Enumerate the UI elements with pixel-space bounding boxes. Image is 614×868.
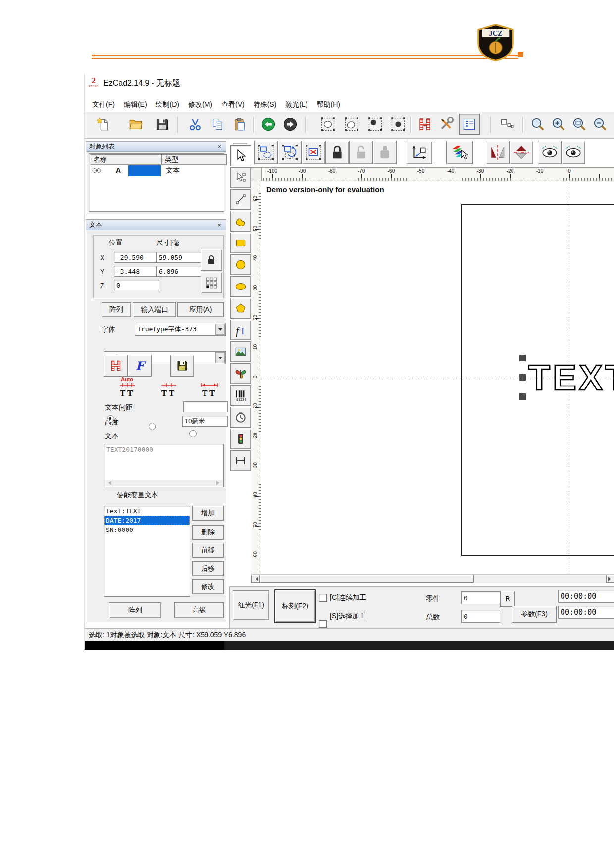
variable-text-item[interactable]: SN:0000 <box>104 525 190 534</box>
rectangle-tool-button[interactable] <box>230 233 251 253</box>
object-list-panel-titlebar[interactable]: 对象列表 <box>86 142 226 152</box>
output-port-tool-button[interactable] <box>230 450 251 471</box>
polygon-tool-button[interactable] <box>230 298 251 319</box>
zoom-normal-button[interactable] <box>529 116 546 133</box>
apply-button[interactable]: 应用(A) <box>177 302 224 317</box>
param-button[interactable]: 参数(F3) <box>512 606 557 623</box>
hscroll-thumb[interactable] <box>260 575 474 583</box>
cut-button[interactable] <box>187 116 204 133</box>
menu-item-1[interactable]: 文件(F) <box>88 99 119 111</box>
preview-all-button[interactable] <box>562 141 585 164</box>
text-content-textarea[interactable]: TEXT20170000 <box>104 444 224 487</box>
red-light-button[interactable]: 红光(F1) <box>233 590 269 620</box>
hscroll-left-button[interactable] <box>251 575 260 583</box>
add-variable-button[interactable]: 增加 <box>192 506 224 521</box>
lock-aspect-button[interactable] <box>201 249 222 271</box>
text-tool-button[interactable]: fI <box>230 320 251 340</box>
anchor-grid-button[interactable] <box>201 272 222 293</box>
y-position-input[interactable]: -3.448 <box>114 266 159 277</box>
variable-text-item[interactable]: DATE:2017 <box>104 516 190 525</box>
object-list-toggle-button[interactable] <box>459 114 480 135</box>
size-tool-1-button[interactable] <box>319 116 336 133</box>
paste-button[interactable] <box>231 116 248 133</box>
dot-tool-1-button[interactable] <box>367 116 384 133</box>
selection-handle[interactable] <box>519 355 526 361</box>
zoom-in-button[interactable] <box>550 116 567 133</box>
textarea-hscrollbar[interactable] <box>105 480 223 486</box>
menu-item-7[interactable]: 激光(L) <box>281 99 312 111</box>
copy-button[interactable] <box>209 116 226 133</box>
advanced-button[interactable]: 高级 <box>174 602 224 618</box>
unlock-all-button[interactable] <box>373 141 397 164</box>
variable-text-list[interactable]: Text:TEXTDATE:2017SN:0000 <box>104 506 190 597</box>
redo-button[interactable] <box>282 116 299 133</box>
menu-item-3[interactable]: 绘制(D) <box>152 99 184 111</box>
y-size-input[interactable]: 6.896 <box>156 266 203 277</box>
menu-item-2[interactable]: 编辑(E) <box>119 99 152 111</box>
circle-tool-button[interactable] <box>230 254 251 275</box>
selection-handle[interactable] <box>519 393 526 400</box>
continuous-mark-checkbox[interactable] <box>319 594 327 602</box>
curve-tool-button[interactable] <box>230 211 251 232</box>
modify-variable-button[interactable]: 修改 <box>192 579 224 594</box>
select-tool-button[interactable] <box>230 145 251 166</box>
z-position-input[interactable]: 0 <box>114 280 159 290</box>
font-type-combobox[interactable]: TrueType字体-373 <box>135 323 226 336</box>
zoom-out-button[interactable] <box>592 116 609 133</box>
selection-handle[interactable] <box>519 374 526 381</box>
bitmap-tool-button[interactable] <box>230 341 251 362</box>
text-panel-close-button[interactable] <box>216 221 223 228</box>
x-size-input[interactable]: 59.059 <box>156 252 203 263</box>
height-input[interactable]: 10毫米 <box>182 416 228 427</box>
vector-file-tool-button[interactable] <box>230 363 251 384</box>
rotate-button[interactable] <box>278 141 302 164</box>
x-position-input[interactable]: -29.590 <box>114 252 159 263</box>
text-panel-titlebar[interactable]: 文本 <box>86 220 226 230</box>
hatch-button[interactable] <box>416 116 433 133</box>
scroll-left-icon[interactable] <box>106 481 111 485</box>
preview-button[interactable] <box>538 141 562 164</box>
ellipse-tool-button[interactable] <box>230 276 251 297</box>
input-signal-tool-button[interactable] <box>230 429 251 449</box>
char-width-total-radio[interactable] <box>189 430 197 437</box>
mark-button[interactable]: 标刻(F2) <box>274 589 316 623</box>
save-button[interactable] <box>154 116 171 133</box>
move-backward-button[interactable]: 后移 <box>192 561 224 576</box>
select-mark-checkbox[interactable] <box>319 620 327 628</box>
undo-button[interactable] <box>260 116 277 133</box>
node-edit-tool-button[interactable] <box>230 167 251 188</box>
group-button[interactable] <box>254 141 278 164</box>
draw-toolbar-grip[interactable] <box>233 142 247 144</box>
object-list-close-button[interactable] <box>216 143 223 150</box>
zoom-window-button[interactable] <box>571 116 588 133</box>
font-type-dropdown-arrow[interactable] <box>215 324 225 335</box>
object-row[interactable]: A 文本 <box>90 165 223 176</box>
visibility-eye-icon[interactable] <box>92 167 101 174</box>
barcode-tool-button[interactable]: 01234 <box>230 385 251 406</box>
object-list-header-name[interactable]: 名称 <box>90 154 165 165</box>
array-button[interactable]: 阵列 <box>102 302 131 317</box>
object-list-header-type[interactable]: 类型 <box>161 154 227 165</box>
system-tools-button[interactable] <box>438 116 455 133</box>
delete-variable-button[interactable]: 删除 <box>192 525 224 540</box>
mirror-horizontal-button[interactable] <box>486 141 510 164</box>
unlock-button[interactable] <box>349 141 373 164</box>
hscroll-right-button[interactable] <box>606 575 614 583</box>
array-bottom-button[interactable]: 阵列 <box>109 602 161 618</box>
dot-tool-2-button[interactable] <box>390 116 407 133</box>
menu-item-4[interactable]: 修改(M) <box>184 99 217 111</box>
input-port-button[interactable]: 输入端口 <box>133 302 176 317</box>
menu-item-5[interactable]: 查看(V) <box>217 99 249 111</box>
menu-item-6[interactable]: 特殊(S) <box>249 99 281 111</box>
delete-button[interactable] <box>302 141 325 164</box>
canvas[interactable]: Demo version-only for evaluation TEXT201… <box>261 181 614 575</box>
variable-text-item[interactable]: Text:TEXT <box>104 506 190 516</box>
menu-item-8[interactable]: 帮助(H) <box>312 99 344 111</box>
font-name-dropdown-arrow[interactable] <box>215 352 225 363</box>
lock-button[interactable] <box>325 141 349 164</box>
move-to-origin-button[interactable] <box>406 141 432 164</box>
save-font-button[interactable] <box>170 355 194 377</box>
new-file-button[interactable] <box>95 116 111 133</box>
reset-count-button[interactable]: R <box>500 591 515 607</box>
delay-tool-button[interactable] <box>230 407 251 428</box>
